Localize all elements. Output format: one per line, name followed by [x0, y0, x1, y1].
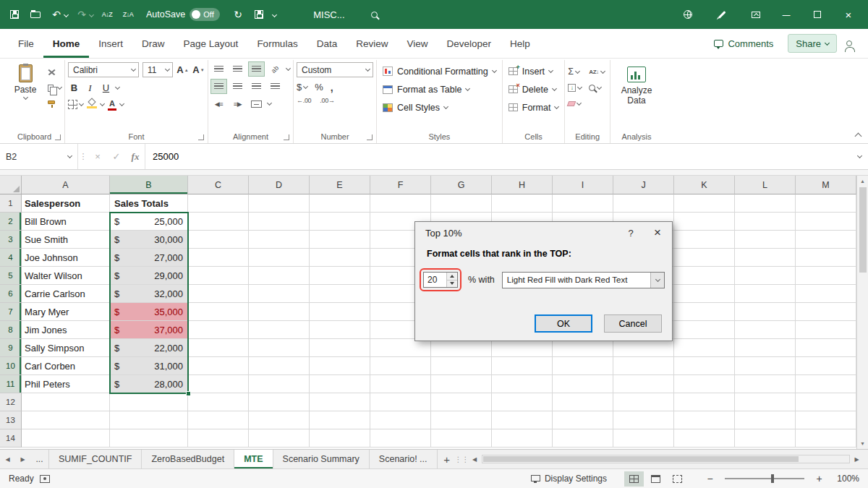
insert-function-button[interactable]: fx	[126, 144, 145, 169]
cell-M5[interactable]	[796, 267, 856, 285]
cell-C8[interactable]	[188, 321, 249, 339]
cell-A6[interactable]: Carrie Carlson	[22, 285, 110, 303]
sheet-tab-mte[interactable]: MTE	[234, 450, 273, 468]
cell-C4[interactable]	[188, 249, 249, 267]
cell-styles-button[interactable]: Cell Styles	[380, 98, 499, 116]
cell-I10[interactable]	[553, 357, 613, 375]
cell-K9[interactable]	[674, 339, 735, 357]
rank-value[interactable]: 20	[424, 273, 446, 287]
cell-A7[interactable]: Mary Myer	[22, 303, 110, 321]
cell-C9[interactable]	[188, 339, 249, 357]
row-header-6[interactable]: 6	[0, 285, 22, 303]
italic-button[interactable]: I	[84, 81, 96, 95]
orientation-button[interactable]	[268, 62, 283, 76]
cell-J14[interactable]	[613, 429, 674, 448]
horizontal-scrollbar[interactable]: ◀ ▶	[469, 453, 862, 466]
cell-F14[interactable]	[370, 429, 431, 448]
cell-K8[interactable]	[674, 321, 735, 339]
sort-ascending-icon[interactable]: A↓Z	[97, 4, 117, 25]
cell-E12[interactable]	[310, 393, 370, 411]
cell-H14[interactable]	[492, 429, 553, 448]
zoom-slider-thumb[interactable]	[771, 474, 774, 483]
cell-E7[interactable]	[310, 303, 370, 321]
column-header-K[interactable]: K	[674, 176, 735, 194]
increase-indent-button[interactable]: ≡▶	[230, 97, 245, 111]
cell-I1[interactable]	[553, 194, 613, 213]
cell-B12[interactable]	[110, 393, 188, 411]
cell-K11[interactable]	[674, 375, 735, 393]
cell-A1[interactable]: Salesperson	[22, 194, 110, 213]
cell-C6[interactable]	[188, 285, 249, 303]
cell-J11[interactable]	[613, 375, 674, 393]
share-button[interactable]: Share	[788, 34, 837, 53]
cell-H11[interactable]	[492, 375, 553, 393]
sheet-tab-zerobasedbudget[interactable]: ZeroBasedBudget	[142, 450, 234, 468]
new-sheet-button[interactable]: +	[438, 450, 456, 468]
tab-splitter-handle[interactable]: ⋮⋮	[456, 450, 468, 468]
cell-G12[interactable]	[431, 393, 492, 411]
tab-view[interactable]: View	[397, 29, 437, 58]
cell-L10[interactable]	[735, 357, 796, 375]
cancel-button[interactable]: Cancel	[604, 314, 662, 333]
sort-filter-button[interactable]: AZ↓	[589, 65, 604, 78]
sheet-nav-left-icon[interactable]: ◀	[0, 450, 15, 468]
cell-E4[interactable]	[310, 249, 370, 267]
cell-B2[interactable]: $25,000	[110, 213, 188, 231]
row-header-5[interactable]: 5	[0, 267, 22, 285]
cell-L1[interactable]	[735, 194, 796, 213]
cell-M14[interactable]	[796, 429, 856, 448]
select-all-corner[interactable]	[0, 176, 22, 194]
sheet-overflow-indicator[interactable]: ...	[30, 450, 49, 468]
search-icon[interactable]	[365, 4, 385, 25]
font-color-button[interactable]: A	[108, 99, 116, 111]
cell-K2[interactable]	[674, 213, 735, 231]
number-format-combo[interactable]: Custom	[297, 62, 373, 77]
cell-H1[interactable]	[492, 194, 553, 213]
cell-E1[interactable]	[310, 194, 370, 213]
column-header-I[interactable]: I	[553, 176, 613, 194]
cell-M13[interactable]	[796, 411, 856, 429]
merge-chevron-icon[interactable]	[267, 100, 272, 106]
clipboard-dialog-launcher-icon[interactable]	[55, 134, 61, 140]
normal-view-button[interactable]	[624, 471, 644, 487]
cell-E8[interactable]	[310, 321, 370, 339]
save-icon[interactable]	[4, 4, 25, 25]
cell-E3[interactable]	[310, 231, 370, 249]
formula-input[interactable]: 25000	[145, 144, 851, 169]
copy-chevron-icon[interactable]	[57, 85, 62, 90]
cell-A12[interactable]	[22, 393, 110, 411]
cell-J13[interactable]	[613, 411, 674, 429]
display-settings-button[interactable]: Display Settings	[531, 474, 607, 484]
expand-formula-bar-icon[interactable]	[851, 155, 868, 158]
cell-C1[interactable]	[188, 194, 249, 213]
cell-D7[interactable]	[249, 303, 310, 321]
customize-qat-chevron-icon[interactable]	[272, 12, 277, 17]
cell-L2[interactable]	[735, 213, 796, 231]
insert-cells-button[interactable]: + Insert	[506, 62, 562, 80]
cell-L12[interactable]	[735, 393, 796, 411]
tab-home[interactable]: Home	[43, 29, 90, 58]
number-dialog-launcher-icon[interactable]	[367, 134, 373, 140]
cell-D10[interactable]	[249, 357, 310, 375]
cell-A2[interactable]: Bill Brown	[22, 213, 110, 231]
cell-I11[interactable]	[553, 375, 613, 393]
cell-M1[interactable]	[796, 194, 856, 213]
align-left-button[interactable]	[211, 80, 226, 93]
close-button[interactable]: ×	[833, 0, 864, 29]
cell-I9[interactable]	[553, 339, 613, 357]
cell-L14[interactable]	[735, 429, 796, 448]
borders-button[interactable]	[68, 98, 83, 111]
cell-A9[interactable]: Sally Simpson	[22, 339, 110, 357]
page-break-view-button[interactable]	[668, 471, 687, 487]
cell-K3[interactable]	[674, 231, 735, 249]
cell-E13[interactable]	[310, 411, 370, 429]
tab-help[interactable]: Help	[501, 29, 540, 58]
dialog-close-button[interactable]: ×	[643, 222, 672, 244]
cell-I12[interactable]	[553, 393, 613, 411]
open-folder-icon[interactable]	[25, 4, 46, 25]
dialog-help-button[interactable]: ?	[618, 222, 643, 244]
cell-D11[interactable]	[249, 375, 310, 393]
zoom-level[interactable]: 100%	[830, 474, 859, 484]
autosum-button[interactable]: Σ	[568, 65, 582, 78]
cell-F9[interactable]	[370, 339, 431, 357]
